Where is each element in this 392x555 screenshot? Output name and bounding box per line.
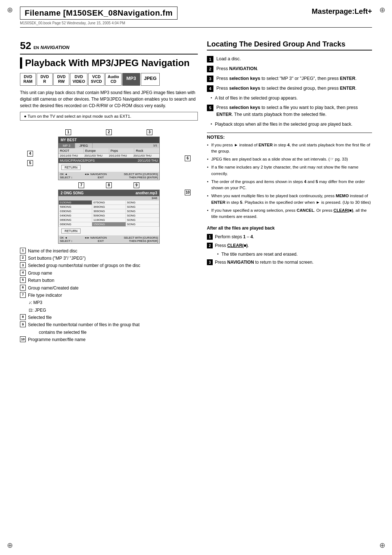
footer2-sel2: SELECT ↕ [60,239,73,243]
after-steps-list: 1 Perform steps 1 – 4. 2 Press CLEAR(■). [207,234,372,249]
after-num-2: 2 [207,243,213,248]
step-num-4: 4 [207,85,213,92]
disc-types-row: DVD RAM DVD R DVD RW DVD VIDEO VCD SVCD … [20,73,198,85]
main-title: Playback With MP3/JPEG Navigation [20,57,198,69]
callout-10: 10 [185,190,191,195]
legend-num-2: 2 [20,255,26,261]
step-3: 3 Press selection keys to select "MP 3" … [207,75,372,82]
step-text-3: Press selection keys to select "MP 3" or… [216,75,356,82]
right-column: Locating The Desired Group And Tracks 1 … [207,40,372,268]
legend-num-8: 8 [20,314,26,320]
legend-item-7: 7 File type indicator [20,292,198,299]
step4-bullets: A list of files in the selected group ap… [211,95,372,101]
step-4: 4 Press selection keys to select the des… [207,85,372,92]
legend-list: 1 Name of the inserted disc 2 Sort butto… [20,247,198,344]
disc-btn-dvd-ram: DVD RAM [20,73,36,85]
step-num-5: 5 [207,105,213,111]
callout-2: 2 [106,129,112,135]
en-label: EN [33,45,39,50]
legend-text-6: Group name/Created date [28,284,78,292]
legend-num-10: 10 [20,336,26,342]
file-119: 119ONG [92,218,126,222]
legend-text-2: Sort buttons ("MP 3"/ "JPEG") [28,255,86,262]
screen2-title: 2 ONG SONG [61,191,83,195]
corner-mark-tl: ⊕ [4,4,15,15]
legend-num-7: 7 [20,292,26,298]
after-text-2: Press CLEAR(■). [215,242,249,249]
callout-1: 1 [65,129,71,135]
steps-list: 1 Load a disc. 2 Press NAVIGATION. 3 Pre… [207,56,372,92]
note-5: When you want multiple files to be playe… [207,193,372,206]
step-1: 1 Load a disc. [207,56,372,62]
step4-bullet-1: A list of files in the selected group ap… [211,95,372,101]
step5-bullets: Playback stops when all the files in the… [211,121,372,127]
legend-text-1: Name of the inserted disc [28,247,77,255]
file-589: 589ONG [59,205,92,209]
disc-btn-dvd-r: DVD R [37,73,53,85]
nav-label: NAVIGATION [40,45,69,50]
footer1-then: THEN PRESS [ENTER] [129,176,158,179]
screen1-tab-mp3: MP 3 [58,143,75,148]
file-song1: SONG [126,200,159,205]
file-049: 049ONG [59,214,92,218]
disc-btn-vcd: VCD SVCD [88,73,105,85]
file-song4: SONG [126,214,159,218]
screen2-return: RETURN [61,228,81,234]
legend-text-7b: ⊡: JPEG [29,307,46,314]
legend-num-9: 9 [20,321,26,327]
corner-mark-bl: ⊕ [4,540,15,551]
screen-diagram: 1 2 3 4 5 MY BEST MP 3 [20,126,198,247]
date1: 20/11/03 THU [60,154,85,157]
note-6: If you have specified a wrong selection,… [207,207,372,220]
nav-divider [20,54,198,54]
after-step-3: 3 Press NAVIGATION to return to the norm… [207,259,372,266]
disc-btn-dvd-video: DVD VIDEO [70,73,87,85]
page-nav-header: 52 EN NAVIGATION [20,40,198,52]
legend-num-4: 4 [20,270,26,276]
selected-group: MUSIC/FRANCE/POPS [60,159,95,162]
note-2: JPEG files are played back as a slide sh… [207,156,372,162]
subheader: M150SEK_00.book Page 52 Wednesday, June … [20,21,372,25]
footer1-sel2: SELECT ↕ [60,176,73,179]
step-text-2: Press NAVIGATION. [216,65,258,72]
filename: Filename [M150SEK_08Navigation.fm [20,7,177,20]
legend-num-5: 5 [20,277,26,283]
section-title: Locating The Desired Group And Tracks [207,40,372,50]
legend-num-1: 1 [20,248,26,254]
step-num-1: 1 [207,56,213,62]
legend-text-7: File type indicator [28,292,62,299]
after-step-2: 2 Press CLEAR(■). [207,242,372,249]
legend-item-8: 8 Selected file [20,314,198,321]
date4: 20/11/03 THU [134,154,158,157]
notes-section: NOTES: If you press ► instead of ENTER i… [207,133,372,220]
screen1-return: RETURN [61,165,81,170]
notes-list: If you press ► instead of ENTER in step … [207,142,372,220]
footer2-exit: EXIT [98,239,104,243]
legend-item-2: 2 Sort buttons ("MP 3"/ "JPEG") [20,255,198,262]
legend-text-7a: ♪: MP3 [29,299,42,306]
step-text-4: Press selection keys to select the desir… [216,85,356,92]
nav-screen-2: 2 ONG SONG another.mp3 3/46 015ONG 075ON… [58,190,160,244]
disc-btn-audio-cd: Audio CD [105,73,122,85]
legend-num-6: 6 [20,285,26,291]
callout-5: 5 [27,160,33,166]
footer1-exit: EXIT [98,176,104,179]
corner-mark-br: ⊕ [377,540,388,551]
footer1-select: SELECT WITH [CURSORS] [124,173,158,176]
footer1-ok: OK ◄ [60,173,67,176]
legend-item-7b: ⊡: JPEG [29,307,198,314]
header-divider [20,27,372,28]
legend-item-4: 4 Group name [20,270,198,277]
after-title: After all the files are played back [207,226,372,231]
legend-item-7a: ♪: MP3 [29,299,198,306]
note-1: If you press ► instead of ENTER in step … [207,142,372,155]
legend-item-10: 10 Programme number/file name [20,336,198,343]
file-song6: SONG [126,222,159,227]
corner-mark-tr: ⊕ [377,4,388,15]
after-text-1: Perform steps 1 – 4. [215,234,254,240]
page-number: 52 [20,40,31,52]
file-song2: SONG [126,205,159,209]
file-015: 015ONG [59,200,92,205]
steps-list-cont: 5 Press selection keys to select a file … [207,104,372,118]
footer2-then: THEN PRESS [ENTER] [129,239,158,243]
